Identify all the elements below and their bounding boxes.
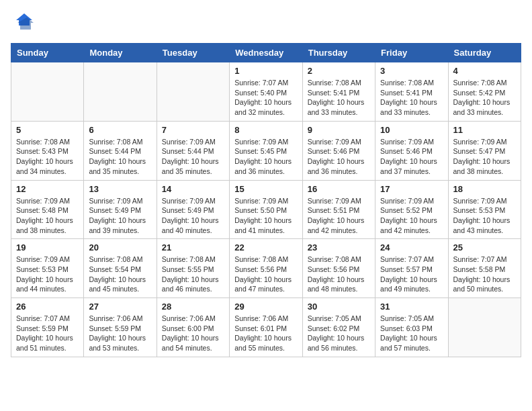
cell-day-number: 7 bbox=[162, 125, 224, 135]
cell-day-number: 18 bbox=[453, 184, 516, 194]
cell-day-number: 13 bbox=[89, 184, 151, 194]
cell-info: Sunrise: 7:09 AM Sunset: 5:52 PM Dayligh… bbox=[380, 196, 443, 236]
week-row-2: 12Sunrise: 7:09 AM Sunset: 5:48 PM Dayli… bbox=[11, 180, 521, 239]
cell-info: Sunrise: 7:08 AM Sunset: 5:56 PM Dayligh… bbox=[234, 255, 297, 294]
cell-day-number: 8 bbox=[234, 125, 297, 135]
cell-day-number: 12 bbox=[16, 184, 79, 194]
cell-day-number: 27 bbox=[89, 302, 151, 312]
cell-info: Sunrise: 7:07 AM Sunset: 5:59 PM Dayligh… bbox=[16, 314, 79, 353]
cell-info: Sunrise: 7:09 AM Sunset: 5:46 PM Dayligh… bbox=[380, 137, 443, 177]
calendar-cell: 22Sunrise: 7:08 AM Sunset: 5:56 PM Dayli… bbox=[230, 239, 302, 298]
day-header-friday: Friday bbox=[375, 44, 448, 62]
calendar-cell: 10Sunrise: 7:09 AM Sunset: 5:46 PM Dayli… bbox=[375, 121, 448, 180]
cell-day-number: 16 bbox=[308, 184, 370, 194]
cell-info: Sunrise: 7:08 AM Sunset: 5:43 PM Dayligh… bbox=[16, 137, 79, 177]
cell-info: Sunrise: 7:05 AM Sunset: 6:03 PM Dayligh… bbox=[380, 314, 443, 353]
cell-info: Sunrise: 7:07 AM Sunset: 5:40 PM Dayligh… bbox=[234, 78, 297, 118]
cell-info: Sunrise: 7:08 AM Sunset: 5:42 PM Dayligh… bbox=[453, 78, 516, 118]
cell-day-number: 25 bbox=[453, 242, 516, 253]
week-row-3: 19Sunrise: 7:09 AM Sunset: 5:53 PM Dayli… bbox=[11, 239, 521, 298]
cell-day-number: 1 bbox=[234, 66, 297, 76]
cell-info: Sunrise: 7:09 AM Sunset: 5:45 PM Dayligh… bbox=[234, 137, 297, 177]
calendar-cell: 28Sunrise: 7:06 AM Sunset: 6:00 PM Dayli… bbox=[157, 298, 229, 357]
calendar-cell: 23Sunrise: 7:08 AM Sunset: 5:56 PM Dayli… bbox=[302, 239, 375, 298]
calendar-cell bbox=[11, 62, 84, 122]
logo bbox=[11, 11, 39, 35]
cell-info: Sunrise: 7:08 AM Sunset: 5:54 PM Dayligh… bbox=[89, 255, 151, 294]
calendar-cell: 11Sunrise: 7:09 AM Sunset: 5:47 PM Dayli… bbox=[448, 121, 521, 180]
calendar-cell: 29Sunrise: 7:06 AM Sunset: 6:01 PM Dayli… bbox=[230, 298, 302, 357]
cell-day-number: 19 bbox=[16, 242, 79, 253]
cell-day-number: 31 bbox=[380, 302, 443, 312]
calendar-cell: 15Sunrise: 7:09 AM Sunset: 5:50 PM Dayli… bbox=[230, 180, 302, 239]
cell-info: Sunrise: 7:09 AM Sunset: 5:44 PM Dayligh… bbox=[162, 137, 224, 177]
week-row-4: 26Sunrise: 7:07 AM Sunset: 5:59 PM Dayli… bbox=[11, 298, 521, 357]
cell-day-number: 26 bbox=[16, 302, 79, 312]
cell-info: Sunrise: 7:09 AM Sunset: 5:53 PM Dayligh… bbox=[16, 255, 79, 294]
calendar-cell: 19Sunrise: 7:09 AM Sunset: 5:53 PM Dayli… bbox=[11, 239, 84, 298]
calendar-cell bbox=[157, 62, 229, 122]
cell-day-number: 28 bbox=[162, 302, 224, 312]
calendar-cell: 9Sunrise: 7:09 AM Sunset: 5:46 PM Daylig… bbox=[302, 121, 375, 180]
cell-day-number: 3 bbox=[380, 66, 443, 76]
calendar-cell: 8Sunrise: 7:09 AM Sunset: 5:45 PM Daylig… bbox=[230, 121, 302, 180]
calendar-cell: 16Sunrise: 7:09 AM Sunset: 5:51 PM Dayli… bbox=[302, 180, 375, 239]
week-row-1: 5Sunrise: 7:08 AM Sunset: 5:43 PM Daylig… bbox=[11, 121, 521, 180]
cell-day-number: 20 bbox=[89, 242, 151, 253]
cell-info: Sunrise: 7:09 AM Sunset: 5:46 PM Dayligh… bbox=[308, 137, 370, 177]
calendar-cell: 24Sunrise: 7:07 AM Sunset: 5:57 PM Dayli… bbox=[375, 239, 448, 298]
calendar-cell: 6Sunrise: 7:08 AM Sunset: 5:44 PM Daylig… bbox=[84, 121, 157, 180]
cell-info: Sunrise: 7:09 AM Sunset: 5:49 PM Dayligh… bbox=[89, 196, 151, 236]
cell-day-number: 15 bbox=[234, 184, 297, 194]
cell-info: Sunrise: 7:09 AM Sunset: 5:50 PM Dayligh… bbox=[234, 196, 297, 236]
cell-info: Sunrise: 7:05 AM Sunset: 6:02 PM Dayligh… bbox=[308, 314, 370, 353]
cell-day-number: 14 bbox=[162, 184, 224, 194]
calendar-cell: 13Sunrise: 7:09 AM Sunset: 5:49 PM Dayli… bbox=[84, 180, 157, 239]
cell-info: Sunrise: 7:09 AM Sunset: 5:53 PM Dayligh… bbox=[453, 196, 516, 236]
cell-info: Sunrise: 7:07 AM Sunset: 5:58 PM Dayligh… bbox=[453, 255, 516, 294]
cell-day-number: 30 bbox=[308, 302, 370, 312]
cell-info: Sunrise: 7:09 AM Sunset: 5:51 PM Dayligh… bbox=[308, 196, 370, 236]
cell-day-number: 23 bbox=[308, 242, 370, 253]
calendar-cell: 30Sunrise: 7:05 AM Sunset: 6:02 PM Dayli… bbox=[302, 298, 375, 357]
cell-info: Sunrise: 7:08 AM Sunset: 5:41 PM Dayligh… bbox=[380, 78, 443, 118]
cell-day-number: 24 bbox=[380, 242, 443, 253]
day-header-tuesday: Tuesday bbox=[157, 44, 229, 62]
cell-day-number: 9 bbox=[308, 125, 370, 135]
cell-day-number: 17 bbox=[380, 184, 443, 194]
cell-day-number: 2 bbox=[308, 66, 370, 76]
cell-info: Sunrise: 7:06 AM Sunset: 5:59 PM Dayligh… bbox=[89, 314, 151, 353]
cell-info: Sunrise: 7:06 AM Sunset: 6:00 PM Dayligh… bbox=[162, 314, 224, 353]
calendar-cell: 27Sunrise: 7:06 AM Sunset: 5:59 PM Dayli… bbox=[84, 298, 157, 357]
cell-day-number: 22 bbox=[234, 242, 297, 253]
page-header bbox=[11, 11, 521, 35]
calendar-cell: 4Sunrise: 7:08 AM Sunset: 5:42 PM Daylig… bbox=[448, 62, 521, 122]
calendar-cell bbox=[84, 62, 157, 122]
day-header-sunday: Sunday bbox=[11, 44, 84, 62]
calendar-cell: 25Sunrise: 7:07 AM Sunset: 5:58 PM Dayli… bbox=[448, 239, 521, 298]
cell-info: Sunrise: 7:08 AM Sunset: 5:41 PM Dayligh… bbox=[308, 78, 370, 118]
cell-info: Sunrise: 7:08 AM Sunset: 5:56 PM Dayligh… bbox=[308, 255, 370, 294]
calendar-table: SundayMondayTuesdayWednesdayThursdayFrid… bbox=[11, 43, 521, 357]
cell-info: Sunrise: 7:09 AM Sunset: 5:47 PM Dayligh… bbox=[453, 137, 516, 177]
week-row-0: 1Sunrise: 7:07 AM Sunset: 5:40 PM Daylig… bbox=[11, 62, 521, 122]
day-header-wednesday: Wednesday bbox=[230, 44, 302, 62]
calendar-cell: 20Sunrise: 7:08 AM Sunset: 5:54 PM Dayli… bbox=[84, 239, 157, 298]
cell-info: Sunrise: 7:07 AM Sunset: 5:57 PM Dayligh… bbox=[380, 255, 443, 294]
cell-info: Sunrise: 7:09 AM Sunset: 5:49 PM Dayligh… bbox=[162, 196, 224, 236]
cell-day-number: 10 bbox=[380, 125, 443, 135]
day-header-monday: Monday bbox=[84, 44, 157, 62]
cell-info: Sunrise: 7:08 AM Sunset: 5:44 PM Dayligh… bbox=[89, 137, 151, 177]
cell-day-number: 21 bbox=[162, 242, 224, 253]
cell-day-number: 5 bbox=[16, 125, 79, 135]
calendar-cell: 3Sunrise: 7:08 AM Sunset: 5:41 PM Daylig… bbox=[375, 62, 448, 122]
calendar-cell: 5Sunrise: 7:08 AM Sunset: 5:43 PM Daylig… bbox=[11, 121, 84, 180]
calendar-cell bbox=[448, 298, 521, 357]
cell-info: Sunrise: 7:06 AM Sunset: 6:01 PM Dayligh… bbox=[234, 314, 297, 353]
cell-day-number: 29 bbox=[234, 302, 297, 312]
logo-icon bbox=[11, 11, 35, 35]
cell-day-number: 6 bbox=[89, 125, 151, 135]
calendar-cell: 21Sunrise: 7:08 AM Sunset: 5:55 PM Dayli… bbox=[157, 239, 229, 298]
calendar-cell: 2Sunrise: 7:08 AM Sunset: 5:41 PM Daylig… bbox=[302, 62, 375, 122]
calendar-cell: 14Sunrise: 7:09 AM Sunset: 5:49 PM Dayli… bbox=[157, 180, 229, 239]
